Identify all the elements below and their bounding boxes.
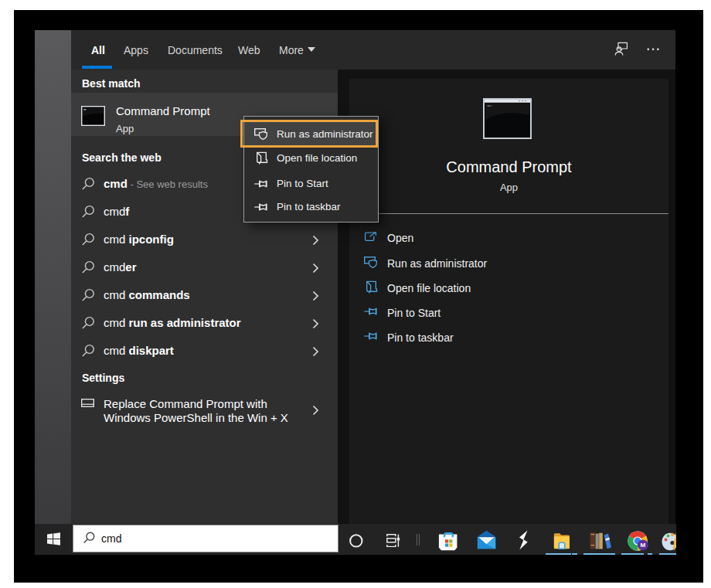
- svg-text:M: M: [640, 542, 645, 549]
